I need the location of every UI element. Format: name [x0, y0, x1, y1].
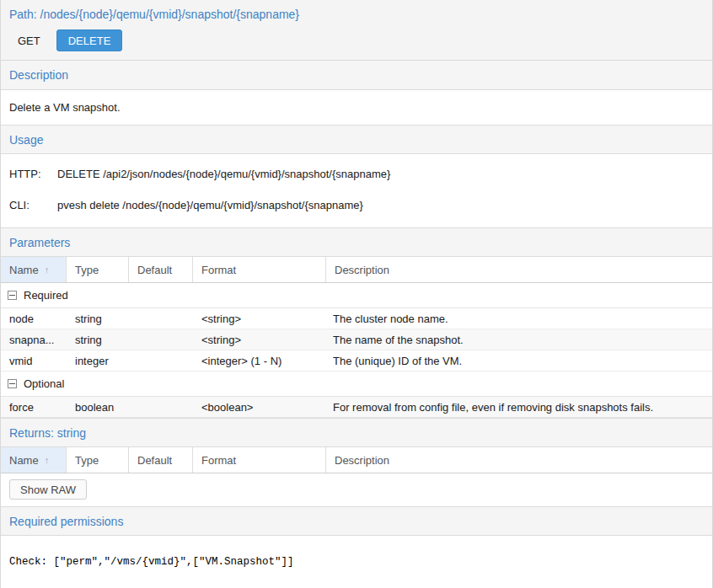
param-format: <string>: [193, 334, 326, 346]
param-name: vmid: [1, 355, 67, 367]
section-header-parameters: Parameters: [1, 227, 712, 257]
param-description: The cluster node name.: [326, 313, 712, 325]
method-tabs: GET DELETE: [9, 29, 704, 51]
usage-block: HTTP: DELETE /api2/json/nodes/{node}/qem…: [1, 154, 712, 227]
column-header-format[interactable]: Format: [193, 447, 326, 473]
param-description: For removal from config file, even if re…: [326, 401, 712, 414]
section-title: Parameters: [9, 236, 70, 249]
path-title: Path: /nodes/{node}/qemu/{vmid}/snapshot…: [9, 8, 704, 21]
param-description: The (unique) ID of the VM.: [326, 355, 712, 367]
show-raw-button[interactable]: Show RAW: [9, 479, 87, 500]
group-row-optional[interactable]: Optional: [1, 372, 712, 397]
param-type: string: [67, 313, 129, 325]
delete-method-tab[interactable]: DELETE: [56, 29, 123, 51]
path-toolbar: Path: /nodes/{node}/qemu/{vmid}/snapshot…: [1, 0, 712, 61]
group-row-required[interactable]: Required: [1, 283, 712, 308]
section-header-description: Description: [1, 61, 712, 90]
table-row-vmid[interactable]: vmid integer <integer> (1 - N) The (uniq…: [1, 350, 712, 372]
usage-http-label: HTTP:: [9, 168, 57, 180]
collapse-icon[interactable]: [8, 291, 17, 300]
column-header-type[interactable]: Type: [67, 257, 129, 282]
usage-cli-label: CLI:: [9, 199, 57, 211]
section-header-usage: Usage: [1, 125, 712, 154]
group-label: Optional: [24, 377, 64, 390]
column-header-description[interactable]: Description: [326, 447, 712, 473]
column-header-format[interactable]: Format: [193, 257, 326, 282]
param-name: node: [1, 313, 67, 325]
section-title: Description: [9, 68, 68, 82]
parameters-table-header: Name ↑ Type Default Format Description: [1, 257, 712, 283]
column-header-type[interactable]: Type: [67, 447, 129, 473]
usage-cli-row: CLI: pvesh delete /nodes/{node}/qemu/{vm…: [9, 199, 704, 211]
param-description: The name of the snapshot.: [326, 334, 712, 346]
param-format: <string>: [193, 313, 326, 325]
section-title: Returns: string: [9, 426, 86, 440]
returns-table-header: Name ↑ Type Default Format Description: [1, 447, 712, 473]
table-row-node[interactable]: node string <string> The cluster node na…: [1, 308, 712, 329]
raw-toolbar: Show RAW: [1, 473, 712, 506]
column-header-name[interactable]: Name ↑: [1, 447, 67, 473]
param-name: force: [1, 401, 67, 414]
column-header-default[interactable]: Default: [129, 257, 193, 282]
table-row-force[interactable]: force boolean <boolean> For removal from…: [1, 397, 712, 418]
param-type: integer: [67, 355, 129, 367]
section-header-permissions: Required permissions: [1, 506, 712, 536]
section-header-returns: Returns: string: [1, 418, 712, 447]
param-type: string: [67, 334, 129, 346]
section-title: Usage: [9, 133, 43, 147]
permissions-check-line: Check: ["perm","/vms/{vmid}",["VM.Snapsh…: [1, 536, 712, 588]
api-doc-panel: Path: /nodes/{node}/qemu/{vmid}/snapshot…: [0, 0, 713, 588]
group-label: Required: [24, 289, 68, 302]
column-header-default[interactable]: Default: [129, 447, 193, 473]
sort-asc-icon: ↑: [45, 265, 50, 275]
section-title: Required permissions: [9, 515, 123, 528]
usage-cli-value: pvesh delete /nodes/{node}/qemu/{vmid}/s…: [57, 199, 363, 211]
description-text: Delete a VM snapshot.: [1, 90, 712, 125]
column-header-description[interactable]: Description: [326, 257, 712, 282]
usage-http-value: DELETE /api2/json/nodes/{node}/qemu/{vmi…: [57, 168, 390, 180]
param-format: <boolean>: [193, 401, 326, 414]
param-name: snapna...: [1, 334, 67, 346]
get-method-tab[interactable]: GET: [9, 30, 49, 51]
usage-http-row: HTTP: DELETE /api2/json/nodes/{node}/qem…: [9, 168, 704, 180]
param-format: <integer> (1 - N): [193, 355, 326, 367]
column-header-name[interactable]: Name ↑: [1, 257, 67, 282]
table-row-snapname[interactable]: snapna... string <string> The name of th…: [1, 329, 712, 350]
param-type: boolean: [67, 401, 129, 414]
sort-asc-icon: ↑: [45, 455, 50, 465]
collapse-icon[interactable]: [8, 379, 17, 388]
